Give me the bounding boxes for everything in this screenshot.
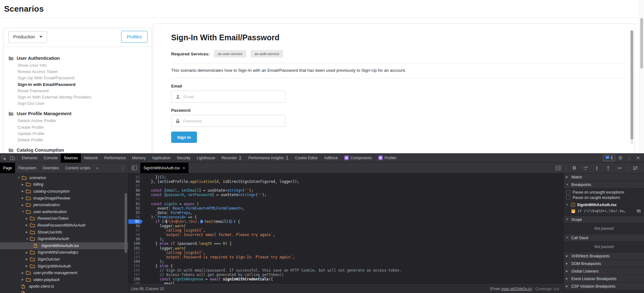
scenario-item-sign-in-with-email-password[interactable]: Sign-In with Email/Password [18, 82, 152, 88]
chevron-expanded-icon[interactable]: ▼ [22, 210, 26, 213]
tree-folder-user-profile-management[interactable]: ▶user-profile-management [0, 269, 128, 276]
tree-folder-billing[interactable]: ▶billing [0, 181, 128, 188]
tree-folder-signupwithaxauth[interactable]: ▶SignUpWithAxAuth [0, 263, 128, 270]
more-tabs-icon[interactable]: » [93, 163, 101, 173]
line-number[interactable]: 102 [128, 251, 143, 255]
scenario-scrollbar[interactable] [630, 30, 633, 144]
chevron-collapsed-icon[interactable]: ▶ [22, 278, 26, 281]
line-number[interactable]: 100 [128, 241, 143, 246]
chevron-collapsed-icon[interactable]: ▶ [22, 183, 26, 186]
chevron-collapsed-icon[interactable]: ▶ [22, 190, 26, 193]
code-line-106[interactable]: 106 // Sign-In with email/password. If s… [128, 268, 563, 273]
devtools-tab-performance[interactable]: Performance [101, 153, 129, 163]
line-number[interactable]: 96 [128, 224, 143, 228]
inspect-element-icon[interactable] [0, 154, 8, 162]
code-line-86[interactable]: 86 }, [activeProfile.applicationId, isDi… [128, 179, 563, 184]
section-global-listeners[interactable]: ▶Global Listeners [564, 268, 644, 275]
line-number[interactable]: 87 [128, 184, 143, 188]
breakpoint-line-number[interactable]: 95 [128, 219, 143, 224]
code-line-99[interactable]: 99 ); [128, 237, 563, 241]
navigator-tab-filesystem[interactable]: Filesystem [15, 163, 39, 173]
issues-counter[interactable]: 5 [603, 155, 615, 161]
kebab-menu-icon[interactable]: ⋮ [626, 155, 633, 161]
tree-folder-scenarios[interactable]: ▼scenarios [0, 174, 128, 181]
line-number[interactable]: 86 [128, 179, 143, 184]
scrollbar-thumb[interactable] [630, 30, 633, 140]
toggle-debugger-sidebar-icon[interactable] [554, 164, 562, 172]
devtools-tab-application[interactable]: Application [149, 153, 174, 163]
step-over-icon[interactable] [581, 164, 590, 172]
devtools-tab-console[interactable]: Console [41, 153, 61, 163]
inline-breakpoint-inactive-icon[interactable] [229, 220, 232, 223]
code-line-109[interactable]: 109 email, [128, 281, 563, 284]
line-number[interactable]: 101 [128, 246, 143, 251]
tree-folder-image-imagepreview[interactable]: ▶image/ImagePreview [0, 195, 128, 202]
chevron-collapsed-icon[interactable]: ▶ [22, 204, 26, 206]
breakpoint-file-group[interactable]: ▼‹›SignInWithAxAuth.tsx [564, 201, 644, 208]
devtools-tab-network[interactable]: Network [81, 153, 101, 163]
code-line-96[interactable]: 96 logger.warn( [128, 224, 563, 228]
page-scrollbar-thumb[interactable] [640, 18, 643, 69]
code-line-91[interactable]: 91 const signIn = async ( [128, 202, 563, 206]
tree-folder-resetpasswordwithaxauth[interactable]: ▶ResetPasswordWithAxAuth [0, 222, 128, 229]
line-number[interactable]: 90 [128, 197, 143, 201]
tree-folder-signinwithaxauth[interactable]: ▼SignInWithAxAuth [0, 235, 128, 242]
password-field[interactable]: Password [171, 115, 285, 127]
scenario-item-delete-profile[interactable]: Delete Profile [18, 137, 152, 143]
line-number[interactable]: 104 [128, 259, 143, 264]
chevron-collapsed-icon[interactable]: ▶ [26, 265, 30, 268]
chevron-expanded-icon[interactable]: ▼ [18, 176, 22, 179]
line-number[interactable]: 92 [128, 206, 143, 211]
line-number[interactable]: 88 [128, 188, 143, 193]
step-icon[interactable] [615, 164, 624, 172]
source-map-link[interactable]: main.a620de0a.js [501, 287, 531, 291]
line-number[interactable]: 97 [128, 228, 143, 233]
line-number[interactable]: 91 [128, 202, 143, 206]
scenario-item-sign-out-user[interactable]: Sign-Out User [18, 100, 152, 107]
devtools-tab-lighthouse[interactable]: Lighthouse [193, 153, 218, 163]
devtools-tab-adblock[interactable]: AdBlock [321, 153, 341, 163]
step-out-icon[interactable] [604, 164, 612, 172]
code-line-102[interactable]: 102 `calling [signIn]`, [128, 251, 563, 255]
code-line-90[interactable]: 90 [128, 197, 563, 201]
scenario-item-sign-in-with-external-identity-providers[interactable]: Sign-In With External Identity Providers [18, 94, 152, 100]
code-line-108[interactable]: 108 const signInResponse = await signInW… [128, 277, 563, 281]
navigator-tab-page[interactable]: Page [0, 163, 15, 173]
devtools-tab-security[interactable]: Security [174, 153, 193, 163]
step-into-icon[interactable] [593, 164, 601, 172]
tree-folder-personalization[interactable]: ▶personalization [0, 201, 128, 208]
section-call-stack[interactable]: ▼Call Stack [564, 234, 644, 242]
code-line-98[interactable]: 98 `output: Incorrect email format. Plea… [128, 233, 563, 237]
chevron-collapsed-icon[interactable]: ▶ [26, 217, 30, 220]
line-number[interactable]: 107 [128, 273, 143, 277]
email-field[interactable]: Email [171, 91, 285, 103]
code-line-105[interactable]: 105 } else { [128, 264, 563, 268]
scenario-item-update-profile[interactable]: Update Profile [18, 131, 152, 137]
sign-in-button[interactable]: Sign In [171, 132, 197, 143]
checkbox-unchecked[interactable] [566, 196, 570, 200]
scenario-item-create-profile[interactable]: Create Profile [18, 124, 152, 131]
chevron-collapsed-icon[interactable]: ▶ [22, 272, 26, 274]
tree-folder-signinwithexternalidps[interactable]: ▶SignInWithExternalIdps [0, 249, 128, 256]
code-line-93[interactable]: 93 _data: FormProps, [128, 211, 563, 215]
code-line-92[interactable]: 92 _event: React.FormEvent<HTMLFormEleme… [128, 206, 563, 211]
scenario-item-sign-up-with-email-password[interactable]: Sign-Up With Email/Password [18, 75, 152, 81]
devtools-tab-recorder[interactable]: Recorder [218, 153, 245, 163]
close-devtools-icon[interactable]: ✕ [635, 155, 641, 161]
toggle-navigator-icon[interactable] [130, 164, 138, 172]
code-line-89[interactable]: 89 const [password, setPassword] = useSt… [128, 193, 563, 197]
environment-dropdown[interactable]: Production [8, 31, 47, 43]
line-number[interactable]: 99 [128, 237, 143, 241]
devtools-tab-profiler[interactable]: Profiler [375, 153, 400, 163]
tree-file-apollo-client-ts[interactable]: apollo-client.ts [0, 283, 128, 290]
navigator-tab-content-scripts[interactable]: Content scripts [62, 163, 93, 173]
tree-folder-renewusertoken[interactable]: ▶RenewUserToken [0, 215, 128, 222]
section-breakpoints[interactable]: ▼Breakpoints [564, 181, 644, 189]
line-number[interactable]: 89 [128, 193, 143, 197]
code-line-88[interactable]: 88 const [email, setEmail] = useState<st… [128, 188, 563, 193]
code-lines[interactable]: 85 })();86 }, [activeProfile.application… [128, 173, 563, 284]
checkbox-unchecked[interactable] [566, 190, 570, 194]
close-tab-icon[interactable]: ✕ [182, 166, 185, 170]
line-number[interactable]: 85 [128, 175, 143, 179]
section-xhr-fetch-breakpoints[interactable]: ▶XHR/fetch Breakpoints [564, 252, 644, 260]
